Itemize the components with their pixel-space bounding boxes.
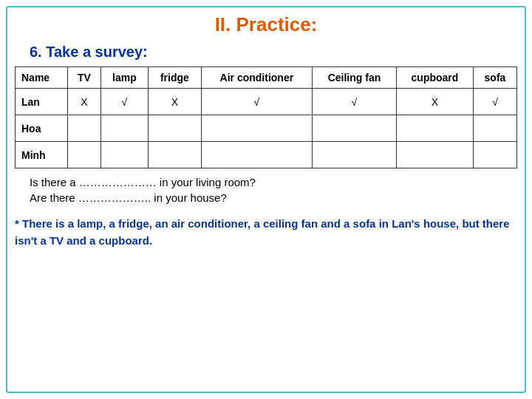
outer-border xyxy=(6,6,526,393)
